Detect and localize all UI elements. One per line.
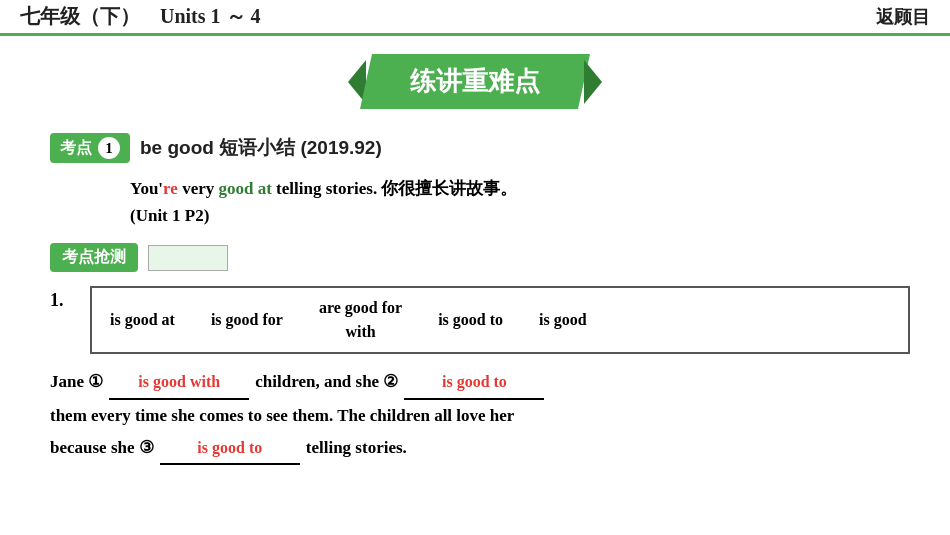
fill-line-2-text: them every time she comes to see them. T… xyxy=(50,400,514,432)
option-are-good-for: are good for with xyxy=(301,296,420,344)
fill-line-2: them every time she comes to see them. T… xyxy=(50,400,900,432)
kaodian-cq-badge: 考点抢测 xyxy=(50,243,138,272)
content-area: 考点 1 be good 短语小结 (2019.92) You're very … xyxy=(0,109,950,465)
fill-line-1: Jane ① is good with children, and she ② … xyxy=(50,366,900,399)
kaodian-row: 考点 1 be good 短语小结 (2019.92) xyxy=(50,133,900,163)
kaodian-label: 考点 xyxy=(60,138,92,159)
example-re: re xyxy=(163,179,178,198)
blank-3: is good to xyxy=(160,433,300,465)
jane-prefix: Jane ① xyxy=(50,366,103,398)
banner-text: 练讲重难点 xyxy=(410,66,540,96)
option-is-good-at: is good at xyxy=(110,308,193,332)
example-text: You're very good at telling stories. 你很擅… xyxy=(130,179,517,198)
question-row: 1. is good at is good for are good for w… xyxy=(50,286,900,354)
answer-1: is good with xyxy=(138,367,220,397)
options-box: is good at is good for are good for with… xyxy=(90,286,910,354)
banner-box: 练讲重难点 xyxy=(360,54,590,109)
answer-2: is good to xyxy=(442,367,507,397)
blank-2: is good to xyxy=(404,367,544,399)
jane-mid: children, and she ② xyxy=(255,366,398,398)
answer-3: is good to xyxy=(197,433,262,463)
because-suffix: telling stories. xyxy=(306,432,407,464)
kaodian-cq-row: 考点抢测 xyxy=(50,243,900,272)
blank-1: is good with xyxy=(109,367,249,399)
fill-section: Jane ① is good with children, and she ② … xyxy=(50,366,900,465)
kaodian-badge: 考点 1 xyxy=(50,133,130,163)
units-label: Units 1 ～ 4 xyxy=(160,3,261,30)
option-is-good-to: is good to xyxy=(420,308,521,332)
options-section: 1. is good at is good for are good for w… xyxy=(50,286,900,354)
blank-line-3 xyxy=(160,463,300,465)
fill-line-3: because she ③ is good to telling stories… xyxy=(50,432,900,465)
question-number: 1. xyxy=(50,286,80,311)
example-chinese: 你很擅长讲故事。 xyxy=(381,179,517,198)
option-is-good-with: is good xyxy=(521,308,605,332)
section-banner: 练讲重难点 xyxy=(0,54,950,109)
kaodian-cq-box xyxy=(148,245,228,271)
grade-label: 七年级（下） xyxy=(20,3,140,30)
example-sentence: You're very good at telling stories. 你很擅… xyxy=(50,175,900,229)
because-prefix: because she ③ xyxy=(50,432,154,464)
option-is-good-for: is good for xyxy=(193,308,301,332)
example-good-at: good at xyxy=(218,179,271,198)
back-button[interactable]: 返顾目 xyxy=(876,5,930,29)
kaodian-number: 1 xyxy=(98,137,120,159)
header-left: 七年级（下） Units 1 ～ 4 xyxy=(20,3,261,30)
example-unit-ref: (Unit 1 P2) xyxy=(130,206,209,225)
kaodian-title: be good 短语小结 (2019.92) xyxy=(140,135,382,161)
banner-right-arrow xyxy=(584,60,602,104)
header: 七年级（下） Units 1 ～ 4 返顾目 xyxy=(0,0,950,36)
